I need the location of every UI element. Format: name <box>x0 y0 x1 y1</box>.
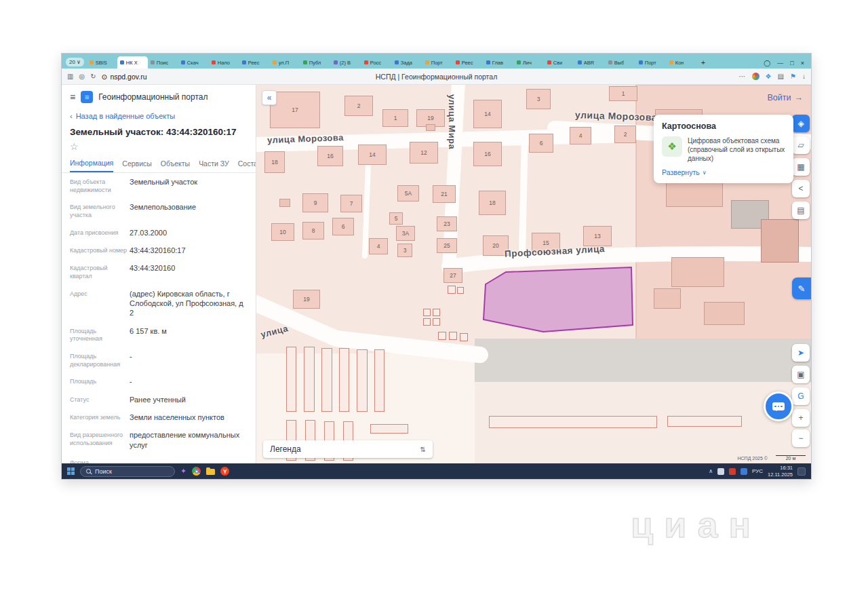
browser-tab[interactable]: Кон <box>667 56 697 69</box>
alert-tray-icon[interactable] <box>729 468 736 475</box>
browser-tab[interactable]: ул.П <box>270 56 300 69</box>
tab-composition[interactable]: Соста <box>238 157 256 172</box>
browser-tab[interactable]: (2) В <box>331 56 361 69</box>
browser-tab[interactable]: Скач <box>178 56 209 69</box>
url-box[interactable]: ⊙ nspd.gov.ru <box>102 73 147 81</box>
map-parcel[interactable]: 1 <box>382 109 408 127</box>
shield-icon[interactable]: ◎ <box>79 73 85 80</box>
print-button[interactable]: ▤ <box>792 202 810 219</box>
map-parcel[interactable]: 19 <box>293 290 320 309</box>
browser-tab[interactable]: Порт <box>422 56 453 69</box>
map-parcel[interactable]: 9 <box>302 193 328 212</box>
zoom-in-button[interactable]: + <box>792 409 810 427</box>
map-parcel[interactable]: 12 <box>410 142 438 164</box>
bookmark-flag-icon[interactable]: ⚑ <box>790 73 796 80</box>
extent-button[interactable]: ▣ <box>792 366 810 383</box>
tab-objects[interactable]: Объекты <box>161 157 190 172</box>
map-parcel[interactable]: 16 <box>317 146 343 166</box>
map-parcel[interactable]: 3 <box>397 244 412 257</box>
feedback-tab-button[interactable]: ✎ <box>792 277 811 299</box>
panels-icon[interactable]: ▤ <box>778 73 784 80</box>
browser-tab[interactable]: Росс <box>361 56 392 69</box>
browser-tab[interactable]: Глав <box>484 56 514 69</box>
map-parcel[interactable]: 6 <box>529 134 553 153</box>
map-parcel[interactable]: 10 <box>271 223 294 241</box>
tray-caret-icon[interactable]: ∧ <box>709 468 713 474</box>
taskbar-search[interactable]: Поиск <box>80 466 175 477</box>
favorite-star-icon[interactable]: ☆ <box>70 141 79 152</box>
map-parcel[interactable]: 13 <box>583 226 612 246</box>
map-parcel[interactable]: 7 <box>340 195 362 212</box>
browser-tab[interactable]: Нало <box>209 56 239 69</box>
minimize-button[interactable]: — <box>777 60 783 66</box>
map-parcel[interactable]: 4 <box>570 127 591 145</box>
browser-tab[interactable]: Лич <box>514 56 545 69</box>
map-parcel[interactable]: 5 <box>389 212 403 225</box>
browser-tab[interactable]: ABR <box>575 56 606 69</box>
chrome-icon[interactable] <box>192 467 201 476</box>
browser-tab[interactable]: Публ <box>300 56 331 69</box>
browser-tab[interactable]: Реес <box>453 56 484 69</box>
hamburger-menu-icon[interactable]: ≡ <box>70 92 75 102</box>
layers-button[interactable]: ◈ <box>792 115 810 132</box>
measure-button[interactable]: ▱ <box>792 136 810 154</box>
map-parcel[interactable]: 17 <box>270 92 320 128</box>
map-parcel[interactable]: 18 <box>479 191 506 215</box>
sidebar-toggle-icon[interactable]: ▥ <box>67 73 73 80</box>
selected-parcel[interactable] <box>484 267 633 332</box>
more-icon[interactable]: ⋯ <box>739 73 746 80</box>
map-parcel[interactable]: 3А <box>396 226 415 241</box>
browser-tab[interactable]: Реес <box>239 56 270 69</box>
panel-collapse-button[interactable]: « <box>262 90 277 105</box>
map-parcel[interactable]: 3 <box>526 89 551 109</box>
display-tray-icon[interactable] <box>717 468 724 475</box>
profile-icon[interactable]: ◯ <box>764 60 770 66</box>
map-parcel[interactable]: 5А <box>397 185 419 202</box>
login-button[interactable]: Войти → <box>768 93 803 102</box>
notification-center-icon[interactable] <box>797 467 806 476</box>
share-button[interactable]: < <box>792 180 810 197</box>
browser-tab[interactable]: Сви <box>545 56 575 69</box>
area-measure-button[interactable]: ▦ <box>792 158 810 176</box>
yandex-browser-icon[interactable]: Y <box>220 467 229 476</box>
locate-button[interactable]: ➤ <box>792 344 810 362</box>
browser-tab-active[interactable]: НК Х <box>117 56 148 69</box>
browser-tab[interactable]: Выб <box>606 56 636 69</box>
map-parcel[interactable]: 25 <box>437 238 457 253</box>
site-info-icon[interactable]: ⊙ <box>102 73 108 81</box>
download-icon[interactable]: ↓ <box>802 73 806 80</box>
back-link[interactable]: ‹ Назад в найденные объекты <box>62 108 256 123</box>
map-parcel[interactable]: 16 <box>473 142 502 166</box>
map-parcel[interactable]: 27 <box>443 268 462 283</box>
expand-link[interactable]: Развернуть ∨ <box>662 168 785 176</box>
browser-tab[interactable]: Порт <box>636 56 667 69</box>
map-parcel[interactable]: 1 <box>609 86 637 101</box>
maximize-button[interactable]: □ <box>790 60 793 66</box>
map-parcel[interactable]: 23 <box>437 216 457 231</box>
browser-tab[interactable]: Поис <box>148 56 178 69</box>
map-parcel[interactable]: 4 <box>369 238 388 254</box>
tab-information[interactable]: Информация <box>70 156 113 172</box>
reload-icon[interactable]: ↻ <box>90 73 96 80</box>
extensions-icon[interactable]: ❖ <box>766 73 772 80</box>
copilot-icon[interactable]: ✦ <box>180 467 186 476</box>
chat-assistant-button[interactable] <box>764 391 793 421</box>
new-tab-button[interactable]: + <box>697 58 709 69</box>
tab-parts[interactable]: Части ЗУ <box>199 157 229 172</box>
language-indicator[interactable]: РУС <box>752 468 763 474</box>
browser-tab[interactable]: SBIS <box>87 56 117 69</box>
explorer-icon[interactable] <box>206 469 215 475</box>
map-parcel[interactable]: 21 <box>433 185 456 203</box>
tab-count-chip[interactable]: 20 ∨ <box>66 58 84 66</box>
map-parcel[interactable]: 8 <box>302 222 324 239</box>
tab-services[interactable]: Сервисы <box>122 157 152 172</box>
map-parcel[interactable]: 18 <box>264 151 285 173</box>
map-parcel[interactable]: 14 <box>473 100 502 128</box>
map-canvas[interactable]: 17 2 1 19 14 3 1 6 4 2 16 18 16 14 12 18… <box>256 85 811 463</box>
legend-sort-icon[interactable]: ⇅ <box>420 446 426 453</box>
browser-tab[interactable]: Зада <box>392 56 422 69</box>
geo-search-button[interactable]: G <box>792 387 810 405</box>
legend-bar[interactable]: Легенда ⇅ <box>263 440 433 458</box>
clock[interactable]: 16:31 12.11.2025 <box>768 465 793 478</box>
map-parcel[interactable]: 2 <box>344 96 373 116</box>
